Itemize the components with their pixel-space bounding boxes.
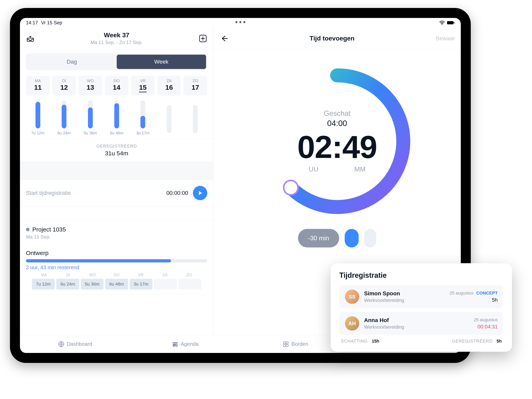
day-col[interactable]: WO13 <box>78 76 102 95</box>
mini-day-abbr: DI <box>56 273 80 277</box>
day-num: 13 <box>78 84 102 91</box>
mini-day-abbr: ZA <box>153 273 177 277</box>
svg-rect-14 <box>286 345 288 347</box>
week-range: Ma 11 Sep. - Zo 17 Sep. <box>35 40 198 45</box>
project-name: Project 1035 <box>32 226 66 233</box>
registered-value: 31u 54m <box>20 150 213 157</box>
dial-est-value: 04:00 <box>327 119 347 128</box>
svg-rect-1 <box>447 21 453 24</box>
svg-rect-9 <box>173 343 177 344</box>
avatar: AH <box>345 316 359 330</box>
svg-rect-11 <box>284 342 285 344</box>
mini-day-abbr: MA <box>32 273 56 277</box>
status-date: Vr 15 Sep <box>41 20 62 25</box>
svg-rect-2 <box>454 22 454 24</box>
day-abbr: ZA <box>157 79 181 83</box>
mini-bar-cell: 7u 12m <box>32 279 55 290</box>
day-num: 11 <box>26 84 50 91</box>
save-button[interactable]: Bewaar <box>436 35 455 42</box>
day-num: 14 <box>105 84 129 91</box>
day-col[interactable]: MA11 <box>26 76 50 95</box>
view-toggle: Dag Week <box>26 53 207 70</box>
bar-col <box>157 100 181 135</box>
footer-reg-value: 5h <box>496 339 502 344</box>
bar-col: 5u 36m <box>78 100 102 135</box>
day-num: 12 <box>52 84 76 91</box>
task-progress <box>26 259 207 262</box>
play-button[interactable] <box>193 186 207 200</box>
day-abbr: ZO <box>183 79 207 83</box>
day-abbr: MA <box>26 79 50 83</box>
timer-value: 00:00:00 <box>166 190 188 196</box>
time-entry[interactable]: AHAnna HofWerkvoorbereiding25 augustus00… <box>339 312 503 335</box>
mini-day-abbr: DO <box>105 273 129 277</box>
mini-day-abbr: VR <box>129 273 153 277</box>
task-name: Ontwerp <box>26 250 207 256</box>
minus-30-button[interactable]: -30 min <box>298 229 339 248</box>
add-button[interactable] <box>198 34 207 43</box>
day-col[interactable]: DI12 <box>52 76 76 95</box>
timereg-card: Tijdregistratie SSSimon SpoonWerkvoorber… <box>330 263 512 352</box>
mini-bar-cell: 3u 17m <box>130 279 152 290</box>
entry-task: Werkvoorbereiding <box>364 324 469 330</box>
task-block[interactable]: Ontwerp 2 uur, 43 min resterend MADIWODO… <box>20 242 213 294</box>
project-date: Ma 11 Sep. <box>26 234 207 240</box>
wifi-icon <box>439 20 445 25</box>
card-title: Tijdregistratie <box>339 271 503 280</box>
day-col[interactable]: ZO17 <box>183 76 207 95</box>
inbox-icon[interactable] <box>26 34 35 43</box>
entry-name: Simon Spoon <box>364 290 445 297</box>
entry-task: Werkvoorbereiding <box>364 298 445 303</box>
mini-day-abbr: WO <box>80 273 105 277</box>
tab-week[interactable]: Week <box>117 55 206 69</box>
battery-icon <box>447 21 455 25</box>
project-block[interactable]: Project 1035 Ma 11 Sep. <box>20 220 213 242</box>
dial-est-label: Geschat <box>324 109 350 118</box>
svg-rect-12 <box>286 342 288 344</box>
dial-unit-hours: UU <box>309 165 318 173</box>
entry-status: CONCEPT <box>476 291 498 296</box>
entry-date: 25 augustus <box>450 291 474 296</box>
time-entry[interactable]: SSSimon SpoonWerkvoorbereiding25 augustu… <box>339 285 503 308</box>
dial-time: 02:49 <box>297 129 377 165</box>
dial-action-button[interactable] <box>345 229 359 248</box>
footer-reg-label: GEREGISTREERD <box>452 339 493 344</box>
mini-day-abbr: ZO <box>177 273 201 277</box>
entry-timer: 00:04:31 <box>474 324 498 330</box>
nav-dashboard[interactable]: Dashboard <box>20 341 130 347</box>
status-time: 14:17 <box>26 20 38 25</box>
entry-name: Anna Hof <box>364 317 469 324</box>
day-abbr: DI <box>52 79 76 83</box>
tab-day[interactable]: Dag <box>27 55 117 69</box>
day-col[interactable]: ZA16 <box>157 76 181 95</box>
project-dot-icon <box>26 228 30 231</box>
svg-rect-13 <box>284 345 285 347</box>
nav-agenda[interactable]: Agenda <box>130 341 241 347</box>
day-abbr: WO <box>78 79 102 83</box>
bar-col: 7u 12m <box>26 100 50 135</box>
mini-bar-cell <box>178 279 201 290</box>
entry-date: 25 augustus <box>474 317 498 322</box>
svg-point-0 <box>442 24 443 25</box>
task-remaining: 2 uur, 43 min resterend <box>26 264 207 271</box>
dial-secondary-button[interactable] <box>364 229 376 248</box>
bar-col <box>183 100 207 135</box>
bar-col: 6u 24m <box>52 100 76 135</box>
dial-unit-minutes: MM <box>354 165 366 173</box>
svg-rect-3 <box>27 38 33 41</box>
day-abbr: VR <box>131 79 155 83</box>
bar-col: 3u 17m <box>131 100 155 135</box>
day-num: 15 <box>139 84 147 92</box>
footer-est-value: 15h <box>372 339 379 344</box>
mini-bar-cell: 6u 24m <box>56 279 79 290</box>
avatar: SS <box>345 290 359 304</box>
time-dial[interactable]: Geschat 04:00 02:49 UU MM <box>261 65 413 217</box>
day-col[interactable]: DO14 <box>105 76 129 95</box>
footer-est-label: SCHATTING <box>341 339 368 344</box>
day-num: 16 <box>157 84 181 91</box>
mini-bar-cell <box>154 279 177 290</box>
back-button[interactable] <box>219 34 228 43</box>
timer-placeholder[interactable]: Start tijdregistratie <box>26 190 166 196</box>
day-col[interactable]: VR15 <box>131 76 155 95</box>
registered-label: GEREGISTREERD <box>20 143 213 149</box>
